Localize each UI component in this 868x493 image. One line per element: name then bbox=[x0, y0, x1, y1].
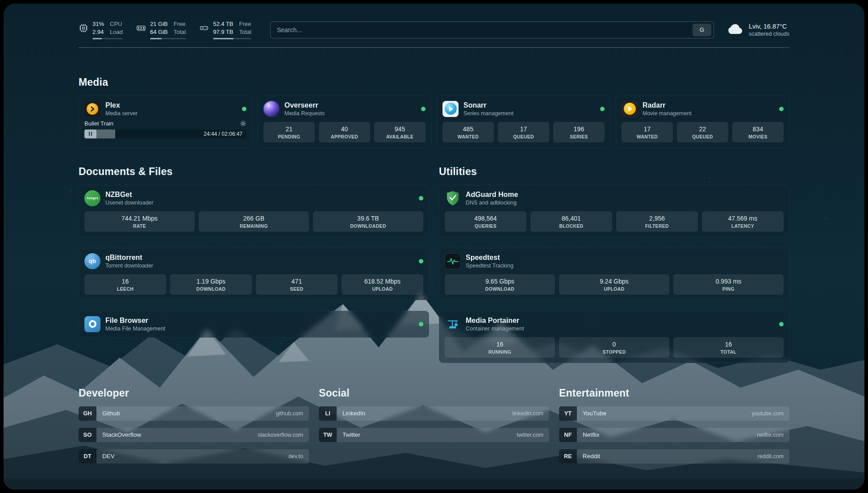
stackoverflow-icon: SO bbox=[79, 428, 96, 442]
stat-upload: 9.24 Gbps UPLOAD bbox=[559, 274, 669, 295]
stat-stopped: 0 STOPPED bbox=[559, 337, 669, 358]
search-provider-button[interactable]: G bbox=[693, 24, 711, 36]
weather-widget: Lviv, 16.87°C scattered clouds bbox=[726, 23, 789, 37]
memory-widget: 21 GiB Free 64 GiB Total bbox=[136, 21, 186, 39]
service-description: Torrent downloader bbox=[105, 263, 153, 269]
stat-queries: 498,564 QUERIES bbox=[445, 211, 526, 232]
system-resources: 31% CPU 2.94 Load bbox=[79, 21, 251, 39]
cpu-icon bbox=[79, 23, 88, 33]
cpu-load: 2.94 bbox=[92, 29, 104, 36]
bookmark-twitter[interactable]: TW Twitter twitter.com bbox=[319, 428, 549, 442]
bookmark-group-developer: Developer GH Github github.com SO StackO… bbox=[79, 387, 309, 471]
status-dot bbox=[419, 196, 423, 201]
service-description: Media server bbox=[105, 110, 138, 117]
github-icon: GH bbox=[79, 406, 96, 421]
service-card-qbittorrent[interactable]: qb qBittorrent Torrent downloader 16 bbox=[79, 248, 429, 300]
service-description: Container management bbox=[466, 326, 524, 332]
bookmark-netflix[interactable]: NF Netflix netflix.com bbox=[559, 428, 789, 442]
disk-usage-bar bbox=[213, 38, 251, 39]
service-name: Sonarr bbox=[463, 101, 513, 109]
playback-time: 24:44 / 02:06:47 bbox=[204, 131, 246, 137]
stat-seed: 471 SEED bbox=[256, 274, 338, 295]
status-dot bbox=[419, 259, 423, 263]
gear-icon[interactable] bbox=[240, 120, 246, 127]
service-card-portainer[interactable]: Media Portainer Container management 16 … bbox=[439, 311, 789, 363]
now-playing-title: Bullet Train bbox=[84, 120, 113, 127]
section-title-media: Media bbox=[79, 76, 789, 88]
search-bar[interactable]: G bbox=[270, 21, 714, 38]
cpu-load-label: Load bbox=[110, 29, 123, 36]
service-card-nzbget[interactable]: nzbget NZBGet Usenet downloader 744.21 M… bbox=[79, 185, 429, 237]
memory-icon bbox=[136, 23, 146, 33]
service-card-sonarr[interactable]: Sonarr Series management 485 WANTED 17 Q… bbox=[437, 96, 610, 148]
stat-ping: 0.993 ms PING bbox=[673, 274, 784, 295]
stat-download: 9.65 Gbps DOWNLOAD bbox=[445, 274, 555, 295]
status-dot bbox=[419, 322, 423, 326]
pause-icon[interactable] bbox=[84, 130, 96, 138]
cloud-icon bbox=[726, 23, 743, 37]
playback-progress-bar[interactable]: 24:44 / 02:06:47 bbox=[84, 130, 246, 138]
top-bar: 31% CPU 2.94 Load bbox=[79, 21, 789, 39]
cpu-usage-bar bbox=[92, 38, 123, 39]
service-card-filebrowser[interactable]: File Browser Media File Management bbox=[79, 311, 429, 338]
service-description: Speedtest Tracking bbox=[466, 263, 513, 269]
disk-total-label: Total bbox=[239, 29, 251, 36]
stat-running: 16 RUNNING bbox=[445, 337, 555, 358]
section-title-entertainment: Entertainment bbox=[559, 387, 789, 399]
service-name: Radarr bbox=[643, 101, 692, 109]
cpu-label: CPU bbox=[110, 21, 123, 28]
stat-latency: 47.569 ms LATENCY bbox=[702, 211, 784, 232]
weather-location: Lviv, 16.87°C bbox=[749, 23, 789, 30]
search-input[interactable] bbox=[277, 26, 693, 33]
service-name: File Browser bbox=[105, 317, 165, 325]
stat-pending: 21 PENDING bbox=[263, 122, 315, 142]
service-card-overseerr[interactable]: Overseerr Media Requests 21 PENDING 40 A… bbox=[258, 96, 431, 148]
status-dot bbox=[779, 107, 784, 111]
nzbget-icon: nzbget bbox=[84, 190, 100, 206]
stat-wanted: 485 WANTED bbox=[442, 122, 494, 142]
cpu-percent: 31% bbox=[92, 21, 104, 28]
service-card-plex[interactable]: Plex Media server Bullet Train bbox=[79, 96, 252, 148]
bookmark-group-social: Social LI LinkedIn linkedin.com TW Twitt… bbox=[319, 387, 549, 471]
stat-approved: 40 APPROVED bbox=[319, 122, 370, 142]
bookmark-stackoverflow[interactable]: SO StackOverflow stackoverflow.com bbox=[79, 428, 309, 442]
twitter-icon: TW bbox=[319, 428, 337, 442]
memory-free: 21 GiB bbox=[150, 21, 168, 28]
bookmark-dev[interactable]: DT DEV dev.to bbox=[79, 449, 309, 464]
stat-rate: 744.21 Mbps RATE bbox=[84, 211, 195, 232]
stat-leech: 16 LEECH bbox=[84, 274, 166, 295]
linkedin-icon: LI bbox=[319, 406, 337, 421]
memory-total-label: Total bbox=[174, 29, 186, 36]
bookmark-github[interactable]: GH Github github.com bbox=[79, 406, 309, 421]
memory-usage-bar bbox=[150, 38, 186, 39]
section-title-documents: Documents & Files bbox=[79, 166, 429, 178]
status-dot bbox=[600, 107, 605, 111]
stat-movies: 834 MOVIES bbox=[732, 122, 784, 142]
stat-wanted: 17 WANTED bbox=[622, 122, 673, 142]
stat-downloaded: 39.6 TB DOWNLOADED bbox=[313, 211, 423, 232]
bookmark-youtube[interactable]: YT YouTube youtube.com bbox=[559, 406, 789, 421]
disk-free: 52.4 TB bbox=[213, 21, 233, 28]
stat-filtered: 2,956 FILTERED bbox=[616, 211, 698, 232]
service-name: Overseerr bbox=[284, 101, 325, 109]
stat-series: 196 SERIES bbox=[553, 122, 605, 142]
service-card-adguard[interactable]: AdGuard Home DNS and adblocking 498,564 … bbox=[439, 185, 789, 237]
reddit-icon: RE bbox=[559, 449, 577, 464]
service-card-speedtest[interactable]: Speedtest Speedtest Tracking 9.65 Gbps D… bbox=[439, 248, 789, 300]
service-name: Media Portainer bbox=[466, 317, 524, 325]
service-card-radarr[interactable]: Radarr Movie management 17 WANTED 22 QUE… bbox=[616, 96, 789, 148]
bookmark-reddit[interactable]: RE Reddit reddit.com bbox=[559, 449, 789, 464]
stat-available: 945 AVAILABLE bbox=[374, 122, 426, 142]
service-name: Plex bbox=[105, 101, 138, 109]
speedtest-icon bbox=[445, 253, 461, 269]
status-dot bbox=[421, 107, 426, 111]
column-utilities: Utilities bbox=[439, 166, 789, 363]
qbittorrent-icon: qb bbox=[84, 253, 100, 269]
service-description: Movie management bbox=[643, 110, 692, 117]
status-dot bbox=[779, 322, 784, 326]
status-dot bbox=[242, 107, 246, 111]
now-playing: Bullet Train 24:44 / 02:06:47 bbox=[84, 120, 246, 138]
stat-blocked: 86,401 BLOCKED bbox=[530, 211, 612, 232]
bookmark-linkedin[interactable]: LI LinkedIn linkedin.com bbox=[319, 406, 549, 421]
dev-icon: DT bbox=[79, 449, 96, 464]
